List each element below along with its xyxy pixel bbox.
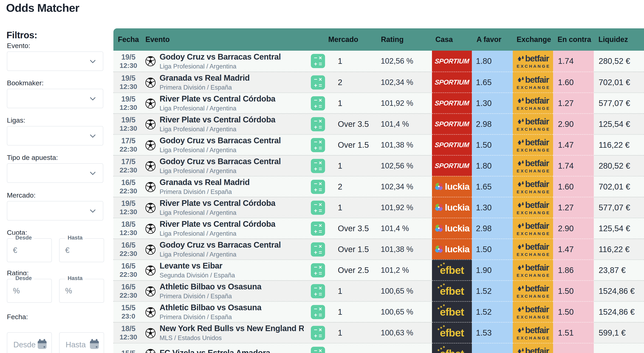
- calendar-icon[interactable]: [90, 340, 99, 349]
- event-datetime: 19/5 12:30: [115, 51, 142, 72]
- soccer-ball-icon: [145, 223, 156, 234]
- calculator-icon[interactable]: −× +=: [311, 201, 325, 215]
- event-title: Godoy Cruz vs Barracas Central: [160, 157, 281, 166]
- event-time: 12:30: [120, 62, 137, 69]
- event-info: River Plate vs Central Córdoba Liga Prof…: [160, 197, 276, 218]
- event-title: Athletic Bilbao vs Osasuna: [160, 282, 262, 291]
- table-row[interactable]: 16/5 22:30 Athletic Bilbao vs Osasuna Pr…: [114, 280, 644, 301]
- sportium-logo: SPORTIUM: [434, 141, 470, 149]
- table-row[interactable]: 16/5 22:30 Granada vs Real Madrid Primer…: [114, 176, 644, 197]
- luckia-logo: luckia: [434, 181, 470, 192]
- event-league: MLS / Estados Unidos: [160, 334, 304, 342]
- calculator-icon[interactable]: −× +=: [311, 221, 325, 236]
- table-row[interactable]: 19/5 12:30 Granada vs Real Madrid Primer…: [114, 72, 644, 92]
- lay-odds-value: 1.74: [553, 51, 594, 72]
- evento-select[interactable]: [7, 52, 103, 71]
- lay-odds-value: 1.27: [553, 92, 594, 113]
- luckia-logo: luckia: [434, 202, 470, 213]
- soccer-ball-icon: [145, 140, 156, 151]
- rating-desde-input[interactable]: [7, 279, 52, 302]
- lay-odds-value: 1.60: [553, 176, 594, 197]
- table-row[interactable]: 15/5 23:0 Athletic Bilbao vs Osasuna Pri…: [114, 301, 644, 322]
- betfair-arrows-icon: [517, 347, 525, 353]
- cuota-desde-input[interactable]: [7, 239, 52, 262]
- back-odds-value: 2.98: [472, 218, 513, 238]
- table-row[interactable]: 16/5 22:30 Godoy Cruz vs Barracas Centra…: [114, 238, 644, 259]
- calendar-icon[interactable]: [38, 340, 46, 349]
- table-row[interactable]: 19/5 12:30 Godoy Cruz vs Barracas Centra…: [114, 51, 644, 72]
- ligas-select[interactable]: [7, 126, 103, 146]
- mercado-select[interactable]: [7, 201, 103, 220]
- table-row[interactable]: 19/5 12:30 River Plate vs Central Córdob…: [114, 197, 644, 218]
- chevron-down-icon: [90, 207, 96, 213]
- ligas-label: Ligas:: [7, 116, 25, 124]
- market-value: 1: [338, 93, 342, 113]
- casa-cell: SPORTIUM luckia efbet: [432, 113, 472, 134]
- betfair-arrows-icon: [517, 222, 525, 229]
- table-row[interactable]: 16/5 22:30 Levante vs Eibar Segunda Divi…: [114, 259, 644, 280]
- event-time: 22:30: [120, 291, 137, 299]
- chevron-down-icon: [90, 132, 96, 138]
- cuota-hasta-input[interactable]: [60, 239, 104, 262]
- rating-value: 101,4 %: [381, 114, 409, 134]
- rating-value: 102,56 %: [381, 51, 413, 72]
- calculator-icon[interactable]: −× +=: [311, 242, 325, 256]
- calculator-icon[interactable]: −× +=: [311, 117, 325, 131]
- betfair-logo: betfair EXCHANGE: [516, 158, 550, 173]
- luckia-logo: luckia: [434, 244, 470, 254]
- back-odds-value: 1.65: [472, 176, 513, 197]
- betfair-logo: betfair EXCHANGE: [516, 96, 550, 111]
- back-odds-value: 1.30: [472, 197, 513, 218]
- betfair-logo: betfair EXCHANGE: [516, 304, 550, 319]
- calculator-icon[interactable]: −× +=: [311, 284, 325, 298]
- calculator-icon[interactable]: −× +=: [311, 138, 325, 152]
- calculator-icon[interactable]: −× +=: [311, 96, 325, 110]
- event-title: Levante vs Eibar: [160, 261, 235, 270]
- calculator-icon[interactable]: −× +=: [311, 263, 325, 277]
- table-row[interactable]: 15/5 FC Vizela vs Estrela Amadora: [114, 343, 644, 353]
- casa-cell: SPORTIUM luckia efbet: [432, 155, 472, 176]
- tipo-apuesta-select[interactable]: [7, 163, 103, 183]
- calculator-icon[interactable]: −× +=: [311, 305, 325, 319]
- event-info: River Plate vs Central Córdoba Liga Prof…: [160, 114, 276, 134]
- luckia-clover-icon: [434, 182, 444, 191]
- calculator-icon[interactable]: −× +=: [311, 180, 325, 194]
- table-row[interactable]: 17/5 22:30 Godoy Cruz vs Barracas Centra…: [114, 155, 644, 176]
- lay-odds-value: 2.90: [553, 218, 594, 238]
- betfair-logo: betfair EXCHANGE: [516, 179, 550, 194]
- col-header-casa: Casa: [436, 35, 453, 44]
- table-row[interactable]: 18/5 12:30 River Plate vs Central Córdob…: [114, 218, 644, 238]
- calculator-icon[interactable]: −× +=: [311, 54, 325, 68]
- market-value: 1: [338, 302, 342, 322]
- calculator-icon[interactable]: −× +=: [311, 159, 325, 173]
- rating-value: 100,65 %: [381, 302, 413, 322]
- event-title: River Plate vs Central Córdoba: [160, 199, 276, 208]
- event-title: River Plate vs Central Córdoba: [160, 115, 276, 124]
- calculator-icon[interactable]: −× +=: [311, 347, 325, 353]
- event-datetime: 18/5 12:30: [115, 218, 142, 238]
- bookmaker-select[interactable]: [7, 89, 103, 108]
- event-league: Liga Profesional / Argentina: [160, 251, 281, 258]
- fecha-desde-box: [7, 332, 52, 353]
- table-row[interactable]: 18/5 12:30 New York Red Bulls vs New Eng…: [114, 322, 644, 343]
- table-row[interactable]: 17/5 22:30 Godoy Cruz vs Barracas Centra…: [114, 134, 644, 155]
- event-date: 19/5: [121, 95, 136, 103]
- rating-hasta-input[interactable]: [60, 279, 104, 302]
- betfair-logo: betfair EXCHANGE: [516, 200, 550, 215]
- event-time: 12:30: [120, 229, 137, 236]
- exchange-cell: betfair EXCHANGE: [513, 238, 553, 259]
- event-datetime: 15/5 23:0: [115, 302, 142, 322]
- event-league: Liga Profesional / Argentina: [160, 126, 276, 133]
- calculator-icon[interactable]: −× +=: [311, 75, 325, 90]
- sportium-logo: SPORTIUM: [434, 57, 470, 65]
- rating-value: 100,63 %: [381, 323, 413, 343]
- event-time: 22:30: [120, 166, 137, 174]
- market-value: Over 1.5: [338, 135, 369, 155]
- back-odds-value: 1.52: [472, 280, 513, 301]
- table-row[interactable]: 19/5 12:30 River Plate vs Central Córdob…: [114, 113, 644, 134]
- table-row[interactable]: 19/5 12:30 River Plate vs Central Córdob…: [114, 92, 644, 113]
- rating-value: 101,4 %: [381, 218, 409, 238]
- liquidity-value: 125,54 €: [594, 218, 644, 238]
- calculator-icon[interactable]: −× +=: [311, 326, 325, 340]
- event-date: 16/5: [121, 241, 136, 249]
